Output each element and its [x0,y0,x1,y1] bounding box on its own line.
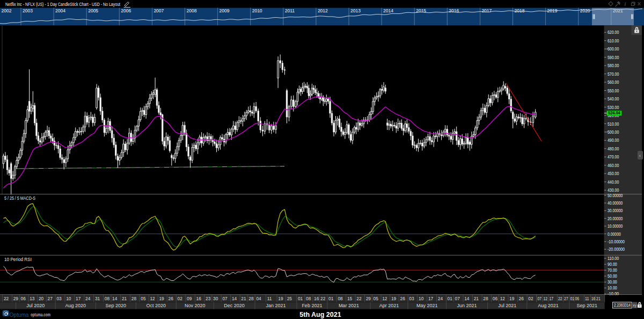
svg-text:524.04: 524.04 [608,110,620,115]
svg-text:2005: 2005 [88,8,98,13]
svg-text:Feb 2021: Feb 2021 [302,303,322,308]
svg-text:03: 03 [56,296,62,301]
svg-text:08: 08 [338,296,343,301]
svg-text:2012: 2012 [318,8,328,13]
svg-text:40.00000: 40.00000 [608,200,623,206]
svg-text:-20.00000: -20.00000 [608,247,625,252]
svg-text:510.00: 510.00 [608,121,619,127]
svg-text:12: 12 [500,296,506,301]
svg-text:17: 17 [76,296,81,301]
svg-text:2014: 2014 [383,8,393,13]
svg-text:12: 12 [382,296,387,301]
svg-text:Jul 2021: Jul 2021 [498,303,516,308]
svg-text:2004: 2004 [55,8,65,13]
svg-text:22: 22 [558,296,562,301]
svg-text:23: 23 [206,296,211,301]
svg-text:07: 07 [455,296,460,301]
svg-text:16: 16 [196,296,202,301]
svg-text:2006: 2006 [121,8,131,13]
svg-text:500.00: 500.00 [608,129,619,135]
svg-text:30.00000: 30.00000 [608,208,623,213]
svg-text:Oct 2020: Oct 2020 [147,303,166,308]
svg-text:May 2021: May 2021 [416,303,438,308]
svg-text:03: 03 [409,296,414,301]
svg-text:90.00: 90.00 [608,262,617,267]
svg-text:2016: 2016 [449,8,459,13]
svg-text:Nov 2020: Nov 2020 [185,303,206,308]
svg-text:2011: 2011 [285,8,295,13]
svg-text:10 Period RSI: 10 Period RSI [4,257,32,262]
svg-text:05: 05 [141,296,146,301]
svg-text:15: 15 [347,296,353,301]
svg-text:50.00: 50.00 [608,273,617,279]
svg-text:22: 22 [320,296,326,301]
svg-text:0.00000: 0.00000 [608,231,621,237]
svg-text:110.00: 110.00 [608,256,619,261]
svg-text:Aug 2021: Aug 2021 [538,303,559,308]
svg-text:06: 06 [575,296,580,301]
svg-text:31: 31 [95,296,100,301]
svg-text:22: 22 [356,296,362,301]
svg-text:xy: xy [633,303,637,308]
svg-text:10: 10 [66,296,71,301]
svg-text:-10.00000: -10.00000 [608,239,625,244]
svg-text:10.00000: 10.00000 [608,223,623,229]
svg-text:30: 30 [213,296,218,301]
svg-text:5th Aug 2021: 5th Aug 2021 [299,311,341,318]
svg-text:Mar 2021: Mar 2021 [339,303,359,308]
svg-text:optuma.com: optuma.com [31,312,50,317]
svg-text:430.00: 430.00 [608,187,619,193]
svg-text:13: 13 [30,296,35,301]
svg-text:26: 26 [400,296,406,301]
svg-text:28: 28 [131,296,137,301]
svg-text:26: 26 [519,296,524,301]
svg-text:550.00: 550.00 [608,88,619,93]
svg-text:2002: 2002 [2,8,12,13]
svg-text:22: 22 [4,296,9,301]
svg-text:590.00: 590.00 [608,55,619,60]
svg-text:2020: 2020 [580,8,590,13]
svg-text:08: 08 [105,296,110,301]
svg-text:570.00: 570.00 [608,71,619,77]
svg-text:09: 09 [187,296,192,301]
svg-text:2009: 2009 [219,8,230,13]
svg-text:21: 21 [474,296,479,301]
svg-text:28: 28 [248,296,254,301]
svg-text:08: 08 [306,296,311,301]
svg-text:12: 12 [544,296,548,301]
svg-text:01: 01 [298,296,303,301]
svg-text:17: 17 [428,296,434,301]
svg-text:29: 29 [366,296,371,301]
svg-text:i: i [625,1,626,7]
svg-text:Apr 2021: Apr 2021 [379,303,399,308]
svg-text:02: 02 [178,296,183,301]
svg-text:560.00: 560.00 [608,79,619,85]
svg-text:Jul 2020: Jul 2020 [26,303,45,308]
svg-text:490.00: 490.00 [608,137,619,143]
svg-text:01: 01 [448,296,453,301]
svg-text:14: 14 [464,296,470,301]
svg-text:04: 04 [256,296,261,301]
svg-text:2013: 2013 [350,8,361,13]
svg-text:600.00: 600.00 [608,46,619,52]
svg-text:2015: 2015 [416,8,426,13]
svg-text:14: 14 [232,296,237,301]
svg-text:460.00: 460.00 [608,163,619,168]
svg-text:Sep 2020: Sep 2020 [106,303,127,308]
svg-text:06: 06 [493,296,498,301]
svg-text:20.00000: 20.00000 [608,216,623,221]
svg-text:2018: 2018 [515,8,525,13]
svg-text:27: 27 [564,296,568,301]
svg-text:05: 05 [374,296,379,301]
svg-text:‹: ‹ [639,153,641,158]
svg-text:Netflix Inc - NFLX (US) - 1 Da: Netflix Inc - NFLX (US) - 1 Day CandleSt… [5,2,120,7]
svg-text:12: 12 [150,296,155,301]
svg-text:24: 24 [85,296,91,301]
svg-text:01: 01 [570,296,574,301]
svg-text:2017: 2017 [481,8,492,13]
svg-text:20: 20 [39,296,44,301]
svg-text:580.00: 580.00 [608,63,619,68]
svg-text:21: 21 [596,296,601,301]
svg-text:28: 28 [483,296,488,301]
svg-text:11: 11 [585,296,589,301]
